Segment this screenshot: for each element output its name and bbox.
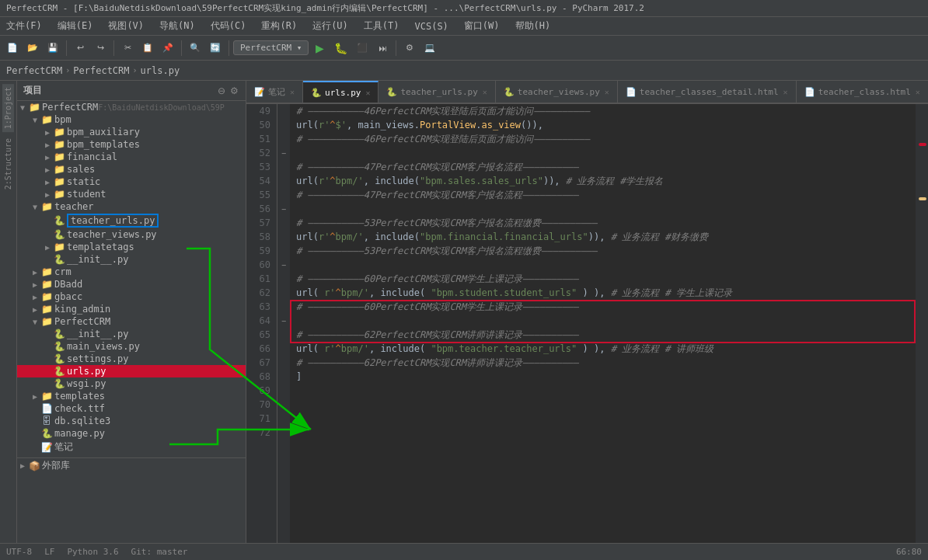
toolbar-stop[interactable]: ⬛ [353,39,372,57]
fold-marker-54[interactable]: − [277,146,290,160]
code-line-54: url(r'^bpm/', include("bpm.sales.sales_u… [296,174,916,188]
menu-refactor[interactable]: 重构(R) [258,18,300,34]
menu-help[interactable]: 帮助(H) [512,18,554,34]
folder-icon-bpm: 📁 [40,114,53,125]
tab-teacher-urls-icon: 🐍 [386,87,397,97]
breadcrumb-perfectcrm[interactable]: PerfectCRM [6,65,62,76]
run-config[interactable]: PerfectCRM ▾ [233,40,309,55]
tab-teacher-class[interactable]: 📄 teacher_class.html ✕ [797,81,928,103]
toolbar-copy[interactable]: 📋 [138,39,157,57]
toolbar-paste[interactable]: 📌 [159,39,177,57]
code-content[interactable]: # ——————————46PerfectCRM实现登陆后页面才能访问—————… [290,104,916,543]
tree-crm[interactable]: ▶ 📁 crm [17,266,246,278]
tree-bpm-aux[interactable]: ▶ 📁 bpm_auxiliary [17,126,246,138]
toolbar-search[interactable]: 🔍 [186,39,204,57]
breadcrumb-urls[interactable]: urls.py [141,65,180,76]
tree-root-label: PerfectCRM [42,102,98,113]
tab-teacher-classes-detail[interactable]: 📄 teacher_classes_detail.html ✕ [618,81,797,103]
tab-notes[interactable]: 📝 笔记 ✕ [246,81,303,103]
toolbar-terminal[interactable]: 💻 [420,39,439,57]
tree-templatetags[interactable]: ▶ 📁 templatetags [17,241,246,253]
tree-root[interactable]: ▼ 📁 PerfectCRM F:\BaiduNetdiskDownload\5… [17,101,246,113]
tree-wsgi[interactable]: 🐍 wsgi.py [17,377,246,390]
status-python: Python 3.6 [67,547,118,557]
tree-static[interactable]: ▶ 📁 static [17,176,246,188]
tab-teacher-urls-close[interactable]: ✕ [483,88,487,96]
menu-tools[interactable]: 工具(T) [361,18,403,34]
code-line-51: # ——————————46PerfectCRM实现登陆后页面才能访问—————… [296,132,916,146]
tree-bpm[interactable]: ▼ 📁 bpm [17,113,246,126]
menu-file[interactable]: 文件(F) [3,18,45,34]
fold-marker-58[interactable]: − [277,202,290,216]
tree-bpm-templates[interactable]: ▶ 📁 bpm_templates [17,138,246,151]
tab-urls-close[interactable]: ✕ [365,89,370,97]
tree-external[interactable]: ▶ 📦 外部库 [17,457,246,473]
toolbar-undo[interactable]: ↩ [71,39,89,57]
toolbar-vcs[interactable]: ⚙ [400,39,419,57]
file-icon-db: 🗄 [40,416,53,426]
fold-marker-62[interactable]: − [277,258,290,272]
menu-code[interactable]: 代码(C) [208,18,249,34]
toolbar-cut[interactable]: ✂ [118,39,137,57]
line-61-text: # ——————————60PerfectCRM实现CRM学生上课记录—————… [296,272,578,286]
breadcrumb-perfectcrm2[interactable]: PerfectCRM [73,65,129,76]
tree-financial[interactable]: ▶ 📁 financial [17,151,246,163]
menu-nav[interactable]: 导航(N) [156,18,198,34]
menu-run[interactable]: 运行(U) [309,18,351,34]
tree-kingadmin[interactable]: ▶ 📁 king_admin [17,303,246,315]
tab-urls[interactable]: 🐍 urls.py ✕ [303,81,379,103]
tab-teacher-urls[interactable]: 🐍 teacher_urls.py ✕ [379,81,495,103]
tree-main-views[interactable]: 🐍 main_views.py [17,340,246,353]
toolbar-save[interactable]: 💾 [44,39,62,57]
menu-edit[interactable]: 编辑(E) [54,18,96,34]
folder-icon-student: 📁 [53,189,65,200]
fold-gutter: − − − − [277,104,290,543]
tab-tc-icon: 📄 [804,87,815,97]
toolbar-redo[interactable]: ↪ [91,39,110,57]
menu-window[interactable]: 窗口(W) [461,18,503,34]
folder-icon-gbacc: 📁 [40,291,53,302]
tab-teacher-views[interactable]: 🐍 teacher_views.py ✕ [496,81,618,103]
tree-manage[interactable]: 🐍 manage.py [17,427,246,440]
toolbar-replace[interactable]: 🔄 [206,39,225,57]
tree-teacher-views[interactable]: 🐍 teacher_views.py [17,228,246,241]
tree-arrow-pcrm: ▼ [30,318,40,326]
structure-tab[interactable]: 2:Structure [2,135,14,193]
menu-vcs[interactable]: VCS(S) [412,19,452,33]
tab-tc-close[interactable]: ✕ [916,88,920,96]
toolbar-open[interactable]: 📂 [23,39,42,57]
tree-urls[interactable]: 🐍 urls.py [17,365,246,377]
tab-notes-close[interactable]: ✕ [290,88,295,96]
tree-student[interactable]: ▶ 📁 student [17,188,246,200]
tree-perfectcrm-folder[interactable]: ▼ 📁 PerfectCRM [17,315,246,328]
tree-settings[interactable]: ⚙ [229,85,239,97]
tree-label-sales: sales [67,164,95,175]
tree-db[interactable]: 🗄 db.sqlite3 [17,415,246,427]
tree-notes[interactable]: 📝 笔记 [17,440,246,454]
status-bar: UTF-8 LF Python 3.6 Git: master 66:80 [0,543,928,560]
tree-gbacc[interactable]: ▶ 📁 gbacc [17,290,246,303]
toolbar-debug[interactable]: 🐛 [330,39,351,57]
tree-label-ttags: templatetags [67,242,134,252]
tree-teacher-init[interactable]: 🐍 __init__.py [17,253,246,266]
title-bar: PerfectCRM - [F:\BaiduNetdiskDownload\59… [0,0,928,17]
tree-teacher-urls[interactable]: 🐍 teacher_urls.py [17,213,246,228]
menu-view[interactable]: 视图(V) [105,18,147,34]
tab-teacher-views-close[interactable]: ✕ [605,88,609,96]
fold-marker-66[interactable]: − [277,314,290,328]
tree-teacher[interactable]: ▼ 📁 teacher [17,200,246,213]
tree-templates[interactable]: ▶ 📁 templates [17,390,246,402]
tree-collapse-all[interactable]: ⊖ [217,85,226,97]
tree-settings[interactable]: 🐍 settings.py [17,353,246,365]
toolbar-run[interactable]: ▶ [310,39,329,57]
project-tab[interactable]: 1:Project [2,84,14,132]
tab-tcd-close[interactable]: ✕ [783,88,788,96]
toolbar-new[interactable]: 📄 [3,39,22,57]
tree-arrow-templates: ▶ [30,392,40,401]
tree-dbadd[interactable]: ▶ 📁 DBadd [17,278,246,290]
tree-check-ttf[interactable]: 📄 check.ttf [17,402,246,415]
toolbar-step[interactable]: ⏭ [373,39,392,57]
tree-pcrm-init[interactable]: 🐍 __init__.py [17,328,246,340]
tree-arrow-db [30,417,40,426]
tree-sales[interactable]: ▶ 📁 sales [17,163,246,176]
